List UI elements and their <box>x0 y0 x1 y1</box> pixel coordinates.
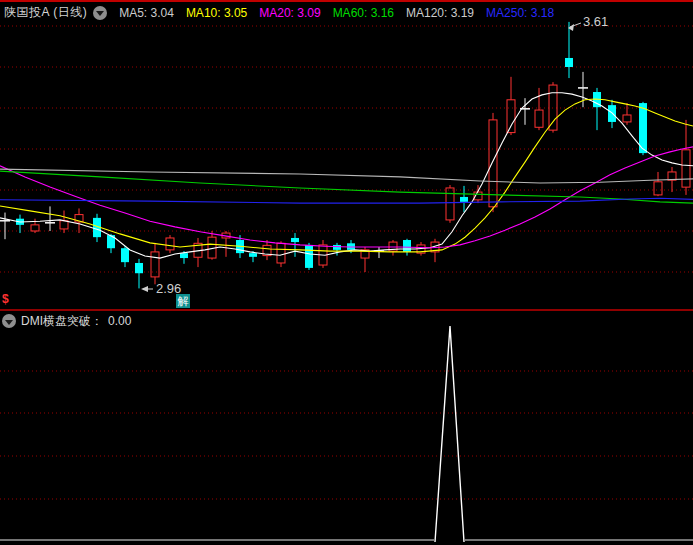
candle-up <box>151 252 159 277</box>
candle-up <box>60 221 68 229</box>
ma120-legend: MA120: 3.19 <box>406 6 474 20</box>
ma120-line <box>0 169 693 183</box>
candle-up <box>507 100 515 133</box>
main-chart[interactable] <box>0 0 693 545</box>
candle-down <box>403 240 411 252</box>
candle-up <box>654 182 662 195</box>
candle-up <box>489 120 497 207</box>
candle-down <box>333 245 341 250</box>
ma250-legend: MA250: 3.18 <box>486 6 554 20</box>
candle-down <box>135 263 143 273</box>
chevron-down-icon[interactable] <box>93 6 107 20</box>
candle-up <box>166 238 174 250</box>
candle-down <box>460 197 468 202</box>
chevron-down-icon[interactable] <box>2 314 16 328</box>
low-annotation-arrow-tip <box>141 286 148 292</box>
candle-down <box>291 238 299 242</box>
candle-down <box>565 58 573 67</box>
ma60-line <box>0 171 693 203</box>
candle-up <box>277 243 285 263</box>
candle-up <box>446 188 454 220</box>
sub-indicator-label: DMI横盘突破： <box>21 313 103 330</box>
sub-indicator-header: DMI横盘突破：0.00 <box>2 313 131 329</box>
ma5-legend: MA5: 3.04 <box>119 6 174 20</box>
ma60-legend: MA60: 3.16 <box>333 6 394 20</box>
candle-down <box>180 253 188 258</box>
stock-app-window: 陕国投A (日线) MA5: 3.04 MA10: 3.05 MA20: 3.0… <box>0 0 693 545</box>
candle-up <box>31 225 39 231</box>
candle-up <box>682 150 690 187</box>
chevron-glyph <box>5 320 13 325</box>
stock-title: 陕国投A (日线) <box>4 4 87 21</box>
share-unlock-badge[interactable]: 解 <box>176 294 190 308</box>
candle-down <box>249 253 257 257</box>
candle-up <box>535 110 543 127</box>
candle-down <box>121 248 129 262</box>
sub-indicator-value: 0.00 <box>108 314 131 328</box>
candle-up <box>623 115 631 122</box>
signal-spike <box>435 326 464 542</box>
high-price-label: 3.61 <box>583 14 608 29</box>
dividend-marker[interactable]: $ <box>2 292 9 306</box>
ma10-legend: MA10: 3.05 <box>186 6 247 20</box>
chart-header: 陕国投A (日线) MA5: 3.04 MA10: 3.05 MA20: 3.0… <box>4 4 554 21</box>
candle-down <box>305 245 313 268</box>
ma250-line <box>0 198 693 203</box>
ma20-legend: MA20: 3.09 <box>259 6 320 20</box>
chevron-glyph <box>96 11 104 16</box>
